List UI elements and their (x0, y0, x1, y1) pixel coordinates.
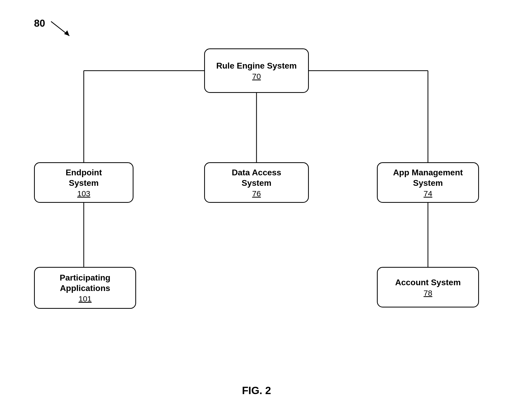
rule-engine-system-node: Rule Engine System 70 (204, 48, 309, 93)
endpoint-id: 103 (77, 189, 90, 198)
rule-engine-title: Rule Engine System (216, 60, 297, 71)
data-access-title: Data AccessSystem (232, 167, 281, 188)
app-management-title: App ManagementSystem (393, 167, 463, 188)
account-system-node: Account System 78 (377, 267, 479, 307)
app-management-id: 74 (423, 189, 432, 198)
account-system-title: Account System (395, 277, 461, 288)
rule-engine-id: 70 (252, 72, 261, 81)
participating-apps-title: ParticipatingApplications (60, 272, 110, 293)
svg-marker-8 (64, 30, 69, 36)
endpoint-system-node: EndpointSystem 103 (34, 162, 133, 203)
endpoint-title: EndpointSystem (66, 167, 102, 188)
participating-apps-node: ParticipatingApplications 101 (34, 267, 136, 309)
diagram-arrow (48, 19, 75, 40)
data-access-id: 76 (252, 189, 261, 198)
participating-apps-id: 101 (79, 294, 92, 303)
account-system-id: 78 (423, 289, 432, 298)
app-management-system-node: App ManagementSystem 74 (377, 162, 479, 203)
diagram-container: 80 Rule Engine System 70 EndpointSystem … (0, 0, 513, 420)
diagram-number-label: 80 (34, 18, 45, 29)
figure-label: FIG. 2 (0, 385, 513, 396)
data-access-system-node: Data AccessSystem 76 (204, 162, 309, 203)
